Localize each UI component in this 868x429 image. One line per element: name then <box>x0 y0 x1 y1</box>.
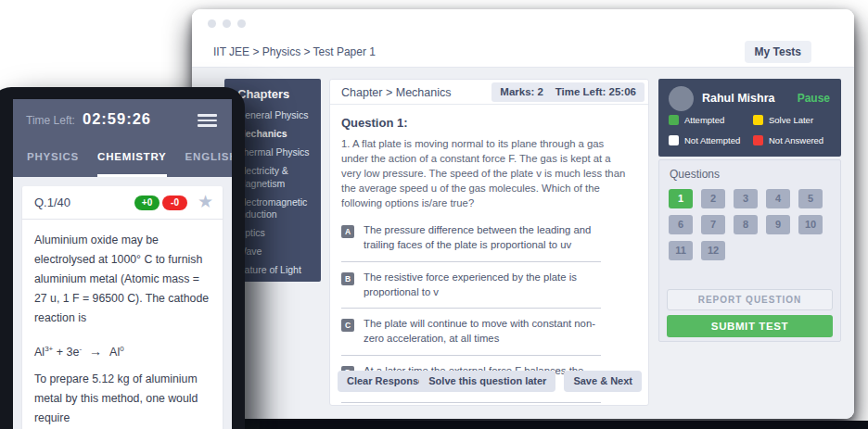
question-cell-1[interactable]: 1 <box>669 189 693 208</box>
mobile-question-text-2: To prepare 5.12 kg of aluminium metal by… <box>22 359 223 428</box>
tab-chemistry[interactable]: CHEMISTRY <box>97 142 167 177</box>
pause-button[interactable]: Pause <box>798 92 830 105</box>
mobile-question-card: Q.1/40 +0 -0 ★ Aluminium oxide may be el… <box>22 186 223 429</box>
question-card-header: Chapter > Mechanics Marks: 2 Time Left: … <box>330 80 648 105</box>
question-palette: Questions 1 2 3 4 5 6 7 8 9 10 11 12 REP… <box>658 159 841 342</box>
question-cell-3[interactable]: 3 <box>734 189 758 208</box>
question-cell-9[interactable]: 9 <box>766 215 790 234</box>
question-cell-6[interactable]: 6 <box>669 215 693 234</box>
divider <box>341 402 601 403</box>
submit-test-button[interactable]: SUBMIT TEST <box>667 315 833 337</box>
tab-physics[interactable]: PHYSICS <box>27 142 79 177</box>
not-answered-swatch <box>753 135 763 145</box>
divider <box>341 308 601 309</box>
bottom-shadow-dark <box>260 421 868 429</box>
option-b-letter: B <box>341 272 354 285</box>
breadcrumb[interactable]: IIT JEE > Physics > Test Paper 1 <box>213 45 376 58</box>
not-attempted-swatch <box>669 135 679 145</box>
legend-not-answered: Not Answered <box>753 135 823 145</box>
attempted-swatch <box>669 115 679 125</box>
mobile-question-header: Q.1/40 +0 -0 ★ <box>22 186 223 220</box>
question-number: Q.1/40 <box>34 196 70 209</box>
timer-value: 02:59:26 <box>83 110 151 128</box>
question-text: 1. A flat plate is moving normal to its … <box>341 136 629 210</box>
question-cell-5[interactable]: 5 <box>798 189 823 208</box>
questions-title: Questions <box>670 168 840 181</box>
marks-badge: Marks: 2 <box>491 82 552 102</box>
question-card: Chapter > Mechanics Marks: 2 Time Left: … <box>329 79 649 406</box>
report-question-button[interactable]: REPORT QUESTION <box>667 289 833 310</box>
phone-body: Q.1/40 +0 -0 ★ Aluminium oxide may be el… <box>13 177 232 429</box>
save-next-button[interactable]: Save & Next <box>564 371 642 392</box>
menu-icon[interactable] <box>198 114 217 130</box>
browser-content: Chapters General Physics Mechanics Therm… <box>192 68 854 419</box>
divider <box>341 261 601 262</box>
option-a-letter: A <box>341 225 354 238</box>
browser-titlebar <box>192 9 854 37</box>
question-cell-7[interactable]: 7 <box>701 215 725 234</box>
time-left-badge: Time Left: 25:06 <box>547 82 645 102</box>
option-c[interactable]: C The plate will continue to move with c… <box>341 317 637 347</box>
divider <box>341 355 601 356</box>
sidebar-title: Chapters <box>237 87 321 101</box>
negative-marks-pill: -0 <box>162 196 187 210</box>
subject-tabs: PHYSICS CHEMISTRY ENGLISH PROFICIENCY <box>13 142 232 177</box>
arrow-icon: → <box>89 344 102 359</box>
question-title: Question 1: <box>341 116 648 130</box>
time-left-label: Time Left: <box>26 114 75 127</box>
question-cell-10[interactable]: 10 <box>798 215 823 234</box>
avatar <box>669 86 694 111</box>
phone-header: Time Left: 02:59:26 <box>13 99 232 142</box>
question-actions: Clear Response Solve this question later… <box>338 371 642 392</box>
user-panel: Rahul Mishra Pause Attempted Solve Later… <box>658 79 841 157</box>
chapter-path: Chapter > Mechanics <box>341 86 451 99</box>
legend-attempted: Attempted <box>669 115 724 125</box>
solve-later-swatch <box>753 115 763 125</box>
breadcrumb-bar: IIT JEE > Physics > Test Paper 1 My Test… <box>192 37 854 68</box>
positive-marks-pill: +0 <box>134 196 160 210</box>
legend-solve-later: Solve Later <box>753 115 813 125</box>
phone-mockup: Time Left: 02:59:26 PHYSICS CHEMISTRY EN… <box>0 87 245 429</box>
question-cell-2[interactable]: 2 <box>701 189 725 208</box>
browser-window: IIT JEE > Physics > Test Paper 1 My Test… <box>192 9 854 419</box>
question-cell-12[interactable]: 12 <box>701 241 725 260</box>
question-cell-4[interactable]: 4 <box>766 189 790 208</box>
option-a[interactable]: A The pressure difference between the le… <box>341 223 637 253</box>
my-tests-button[interactable]: My Tests <box>745 41 811 63</box>
tab-english-proficiency[interactable]: ENGLISH PROFICIENCY <box>185 142 232 177</box>
question-cell-11[interactable]: 11 <box>669 241 693 260</box>
solve-later-button[interactable]: Solve this question later <box>419 371 555 392</box>
screenshot-stage: IIT JEE > Physics > Test Paper 1 My Test… <box>0 0 868 429</box>
user-name: Rahul Mishra <box>702 92 775 105</box>
bookmark-star-icon[interactable]: ★ <box>198 191 213 212</box>
question-grid: 1 2 3 4 5 6 7 8 9 10 11 12 <box>669 189 840 260</box>
phone-screen: Time Left: 02:59:26 PHYSICS CHEMISTRY EN… <box>13 99 232 429</box>
legend-not-attempted: Not Attempted <box>669 135 740 145</box>
window-control-dots[interactable] <box>208 19 246 28</box>
question-cell-8[interactable]: 8 <box>734 215 758 234</box>
chemical-equation: Al3+ + 3e-→Al0 <box>22 327 223 359</box>
option-c-letter: C <box>341 319 354 332</box>
mobile-question-text: Aluminium oxide may be electrolysed at 1… <box>22 220 223 327</box>
option-b[interactable]: B The resistive force experienced by the… <box>341 271 637 300</box>
